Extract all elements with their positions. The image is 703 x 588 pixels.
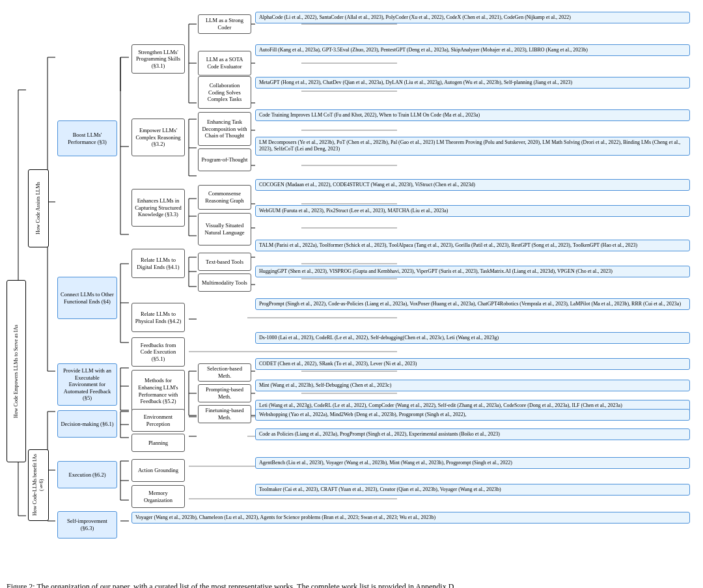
- memory-org-ref-text: Toolmaker (Cai et al., 2023), CRAFT (Yua…: [259, 486, 501, 492]
- action-grounding-text: Action Grounding: [138, 467, 178, 474]
- program-node: Program-of-Thought: [198, 148, 251, 171]
- env-perception-ref-text: Webshopping (Yao et al., 2022a), Mind2We…: [259, 412, 467, 417]
- memory-org-node: Memory Organization: [131, 485, 185, 508]
- commonsense-ref: COCOGEN (Madaan et al., 2022), CODE4STRU…: [255, 179, 690, 191]
- enhances-text: Enhances LLMs in Capturing Structured Kn…: [135, 197, 182, 218]
- provide-text: Provide LLM with an Executable Environme…: [61, 367, 114, 402]
- program-text: Program-of-Thought: [202, 156, 248, 163]
- planning-ref: Code as Policies (Liang et al., 2023a), …: [255, 428, 690, 440]
- commonsense-text: Commonsense Reasoning Graph: [201, 190, 248, 204]
- prompting-text: Prompting-based Meth.: [201, 386, 248, 400]
- execution-node: Execution (§6.2): [57, 461, 117, 488]
- chain-ref: Code Training Improves LLM CoT (Fu and K…: [255, 109, 690, 121]
- empower-node: Empower LLMs' Complex Reasoning (§3.2): [131, 119, 185, 156]
- llm-strong-node: LLM as a Strong Coder: [198, 14, 251, 34]
- collab-text: Collaboration Coding Solves Complex Task…: [201, 82, 248, 103]
- action-grounding-ref-text: AgentBench (Liu et al., 2023f), Voyager …: [259, 460, 512, 466]
- collab-node: Collaboration Coding Solves Complex Task…: [198, 76, 251, 109]
- visually-ref-text: WebGUM (Furuta et al., 2023), Pix2Struct…: [259, 208, 448, 214]
- root2-text: How Code-LLMs benefit IAs (§6): [32, 452, 45, 518]
- env-perception-node: Environment Perception: [131, 409, 185, 432]
- action-grounding-node: Action Grounding: [131, 459, 185, 482]
- relate-digital-text: Relate LLMs to Digital Ends (§4.1): [135, 257, 182, 270]
- commonsense-ref-text: COCOGEN (Madaan et al., 2022), CODE4STRU…: [259, 182, 475, 188]
- visually-text: Visually Situated Natural Language: [201, 222, 248, 236]
- llm-sota-ref: AutoFill (Kang et al., 2023a), GPT-3.5Ev…: [255, 44, 690, 56]
- diagram-area: How Code Empowers LLMs to Serve as IAs H…: [7, 7, 696, 573]
- root1-text: How Code Assists LLMs: [35, 182, 42, 235]
- llm-strong-text: LLM as a Strong Coder: [201, 17, 248, 31]
- llm-strong-ref: AlphaCode (Li et al., 2022), SantaCoder …: [255, 12, 690, 23]
- chain-node: Enhancing Task Decomposition with Chain …: [198, 112, 251, 146]
- strengthen-text: Strengthen LLMs' Programming Skills (§3.…: [135, 49, 182, 70]
- caption-text: Figure 2: The organization of our paper,…: [7, 582, 456, 588]
- text-tools-ref-text: TALM (Parisi et al., 2022a), Toolformer …: [259, 242, 637, 248]
- root1-label: How Code Assists LLMs: [28, 169, 49, 247]
- self-improvement-ref: Voyager (Wang et al., 2023b), Chameleon …: [131, 512, 690, 524]
- methods-node: Methods for Enhancing LLM's Performance …: [131, 370, 185, 412]
- memory-org-text: Memory Organization: [135, 490, 182, 503]
- multimodal-ref-text: HuggingGPT (Shen et al., 2023), VISPROG …: [259, 268, 613, 274]
- self-improvement-text: Self-improvement (§6.3): [61, 518, 114, 531]
- selection-node: Selection-based Meth.: [198, 363, 251, 382]
- chain-ref-text: Code Training Improves LLM CoT (Fu and K…: [259, 112, 480, 118]
- finetuning-ref-text: Leti (Wang et al., 2023g), CodeRL (Le et…: [259, 402, 622, 408]
- multimodal-ref: HuggingGPT (Shen et al., 2023), VISPROG …: [255, 266, 690, 277]
- root2-label: How Code-LLMs benefit IAs (§6): [28, 449, 49, 521]
- feedbacks-ref: Ds-1000 (Lai et al., 2023), CodeRL (Le e…: [255, 332, 690, 344]
- relate-physical-node: Relate LLMs to Physical Ends (§4.2): [131, 303, 185, 332]
- decision-node: Decision-making (§6.1): [57, 410, 117, 438]
- connect-node: Connect LLMs to Other Functional Ends (§…: [57, 277, 117, 319]
- planning-node: Planning: [131, 434, 185, 452]
- feedbacks-text: Feedbacks from Code Execution (§5.1): [135, 342, 182, 363]
- connect-text: Connect LLMs to Other Functional Ends (§…: [61, 291, 114, 305]
- llm-sota-node: LLM as a SOTA Code Evaluator: [198, 51, 251, 76]
- collab-ref-text: MetaGPT (Hong et al., 2023), ChatDev (Qi…: [259, 79, 572, 85]
- env-perception-ref: Webshopping (Yao et al., 2022a), Mind2We…: [255, 409, 690, 421]
- llm-sota-text: LLM as a SOTA Code Evaluator: [201, 56, 248, 70]
- boost-node: Boost LLMs' Performance (§3): [57, 120, 117, 156]
- memory-org-ref: Toolmaker (Cai et al., 2023), CRAFT (Yua…: [255, 484, 690, 496]
- selection-text: Selection-based Meth.: [201, 365, 248, 379]
- enhances-node: Enhances LLMs in Capturing Structured Kn…: [131, 189, 185, 227]
- planning-text: Planning: [148, 440, 168, 447]
- prompting-ref: Mint (Wang et al., 2023h), Self-Debuggin…: [255, 380, 690, 391]
- collab-ref: MetaGPT (Hong et al., 2023), ChatDev (Qi…: [255, 77, 690, 89]
- chain-text: Enhancing Task Decomposition with Chain …: [201, 119, 248, 139]
- selection-ref: CODET (Chen et al., 2022), SRank (To et …: [255, 358, 690, 370]
- methods-text: Methods for Enhancing LLM's Performance …: [135, 377, 182, 405]
- relate-digital-node: Relate LLMs to Digital Ends (§4.1): [131, 249, 185, 278]
- figure-caption: Figure 2: The organization of our paper,…: [7, 581, 696, 588]
- feedbacks-ref-text: Ds-1000 (Lai et al., 2023), CodeRL (Le e…: [259, 335, 499, 341]
- prompting-node: Prompting-based Meth.: [198, 384, 251, 402]
- planning-ref-text: Code as Policies (Liang et al., 2023a), …: [259, 431, 500, 437]
- text-tools-node: Text-based Tools: [198, 253, 251, 271]
- llm-strong-ref-text: AlphaCode (Li et al., 2022), SantaCoder …: [259, 14, 571, 20]
- provide-node: Provide LLM with an Executable Environme…: [57, 363, 117, 406]
- boost-text: Boost LLMs' Performance (§3): [61, 132, 114, 145]
- action-grounding-ref: AgentBench (Liu et al., 2023f), Voyager …: [255, 457, 690, 469]
- prompting-ref-text: Mint (Wang et al., 2023h), Self-Debuggin…: [259, 382, 391, 388]
- feedbacks-node: Feedbacks from Code Execution (§5.1): [131, 337, 185, 367]
- relate-physical-text: Relate LLMs to Physical Ends (§4.2): [135, 311, 182, 324]
- visually-node: Visually Situated Natural Language: [198, 213, 251, 245]
- visually-ref: WebGUM (Furuta et al., 2023), Pix2Struct…: [255, 205, 690, 217]
- finetuning-text: Finetuning-based Meth.: [201, 407, 248, 421]
- execution-text: Execution (§6.2): [68, 471, 105, 479]
- selection-ref-text: CODET (Chen et al., 2022), SRank (To et …: [259, 361, 417, 367]
- outer-root-label: How Code Empowers LLMs to Serve as IAs: [7, 280, 26, 462]
- self-improvement-ref-text: Voyager (Wang et al., 2023b), Chameleon …: [135, 514, 435, 520]
- text-tools-ref: TALM (Parisi et al., 2022a), Toolformer …: [255, 240, 690, 251]
- relate-physical-ref-text: ProgPrompt (Singh et al., 2022), Code-as…: [259, 301, 681, 307]
- env-perception-text: Environment Perception: [135, 413, 182, 427]
- text-tools-text: Text-based Tools: [206, 259, 243, 266]
- diagram-container: How Code Empowers LLMs to Serve as IAs H…: [7, 7, 696, 588]
- multimodal-node: Multimodality Tools: [198, 273, 251, 292]
- self-improvement-node: Self-improvement (§6.3): [57, 511, 117, 539]
- program-ref: LM Decomposers (Ye et al., 2023b), PoT (…: [255, 137, 690, 156]
- decision-text: Decision-making (§6.1): [61, 421, 113, 428]
- llm-sota-ref-text: AutoFill (Kang et al., 2023a), GPT-3.5Ev…: [259, 47, 588, 53]
- strengthen-node: Strengthen LLMs' Programming Skills (§3.…: [131, 44, 185, 74]
- multimodal-text: Multimodality Tools: [202, 279, 247, 287]
- commonsense-node: Commonsense Reasoning Graph: [198, 185, 251, 210]
